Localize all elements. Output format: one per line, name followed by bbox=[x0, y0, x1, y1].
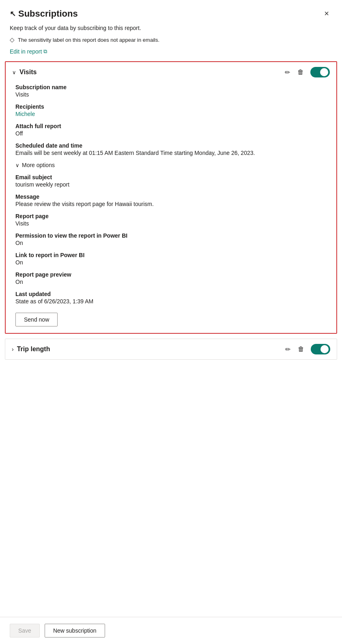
message-label: Message bbox=[15, 193, 327, 200]
visits-collapse-chevron[interactable]: ∨ bbox=[12, 69, 16, 75]
link-value: On bbox=[15, 259, 327, 266]
trip-card-header: › Trip length ✏ 🗑 bbox=[5, 339, 337, 359]
trip-length-subscription-card: › Trip length ✏ 🗑 bbox=[5, 339, 337, 360]
recipients-value[interactable]: Michele bbox=[15, 111, 327, 117]
report-page-label: Report page bbox=[15, 213, 327, 219]
permission-label: Permission to view the report in Power B… bbox=[15, 232, 327, 239]
trip-card-actions: ✏ 🗑 bbox=[284, 344, 330, 354]
recipients-field: Recipients Michele bbox=[15, 103, 327, 117]
visits-card-title: Visits bbox=[19, 69, 37, 76]
panel-header: ↖ Subscriptions × bbox=[0, 0, 342, 23]
external-link-icon: ⧉ bbox=[43, 48, 47, 55]
trip-card-title: Trip length bbox=[17, 346, 50, 353]
link-label: Link to report in Power BI bbox=[15, 252, 327, 258]
more-options-label: More options bbox=[22, 162, 55, 168]
subtitle-text: Keep track of your data by subscribing t… bbox=[0, 23, 342, 34]
scheduled-value: Emails will be sent weekly at 01:15 AM E… bbox=[15, 150, 327, 156]
last-updated-field: Last updated State as of 6/26/2023, 1:39… bbox=[15, 291, 327, 305]
subscription-name-label: Subscription name bbox=[15, 84, 327, 90]
visits-subscription-card: ∨ Visits ✏ 🗑 Subscription name Visits bbox=[5, 61, 337, 334]
visits-card-header-left: ∨ Visits bbox=[12, 69, 281, 76]
subscriptions-panel: ↖ Subscriptions × Keep track of your dat… bbox=[0, 0, 342, 644]
link-field: Link to report in Power BI On bbox=[15, 252, 327, 266]
attach-full-report-label: Attach full report bbox=[15, 123, 327, 129]
save-button: Save bbox=[10, 624, 40, 638]
visits-toggle-slider bbox=[310, 67, 330, 77]
attach-full-report-value: Off bbox=[15, 130, 327, 137]
more-options-chevron: ∨ bbox=[15, 162, 19, 168]
email-subject-label: Email subject bbox=[15, 174, 327, 180]
sensitivity-row: ◇ The sensitivity label on this report d… bbox=[0, 34, 342, 47]
message-value: Please review the visits report page for… bbox=[15, 201, 327, 207]
preview-label: Report page preview bbox=[15, 271, 327, 278]
attach-full-report-field: Attach full report Off bbox=[15, 123, 327, 137]
report-page-field: Report page Visits bbox=[15, 213, 327, 227]
trip-card-header-left: › Trip length bbox=[12, 346, 281, 353]
permission-value: On bbox=[15, 240, 327, 246]
visits-card-actions: ✏ 🗑 bbox=[284, 67, 330, 77]
trip-toggle[interactable] bbox=[311, 344, 330, 354]
last-updated-label: Last updated bbox=[15, 291, 327, 297]
trip-expand-chevron[interactable]: › bbox=[12, 346, 14, 352]
last-updated-value: State as of 6/26/2023, 1:39 AM bbox=[15, 298, 327, 305]
visits-edit-button[interactable]: ✏ bbox=[284, 68, 291, 77]
close-button[interactable]: × bbox=[321, 7, 332, 20]
subscription-name-field: Subscription name Visits bbox=[15, 84, 327, 98]
delete-icon: 🗑 bbox=[297, 69, 304, 76]
preview-value: On bbox=[15, 279, 327, 285]
report-page-value: Visits bbox=[15, 220, 327, 227]
visits-card-header: ∨ Visits ✏ 🗑 bbox=[6, 62, 336, 82]
trip-edit-button[interactable]: ✏ bbox=[284, 345, 291, 354]
cursor-indicator: ↖ bbox=[10, 9, 16, 18]
email-subject-value: tourism weekly report bbox=[15, 181, 327, 188]
visits-toggle[interactable] bbox=[310, 67, 330, 77]
panel-title: ↖ Subscriptions bbox=[10, 9, 78, 19]
visits-delete-button[interactable]: 🗑 bbox=[297, 68, 305, 77]
visits-card-body: Subscription name Visits Recipients Mich… bbox=[6, 82, 336, 333]
recipients-label: Recipients bbox=[15, 103, 327, 110]
close-icon: × bbox=[324, 9, 329, 18]
edit-in-report-label: Edit in report bbox=[10, 48, 42, 55]
preview-field: Report page preview On bbox=[15, 271, 327, 285]
more-options-row[interactable]: ∨ More options bbox=[15, 162, 327, 168]
scheduled-field: Scheduled date and time Emails will be s… bbox=[15, 142, 327, 156]
trip-edit-icon: ✏ bbox=[285, 346, 290, 353]
edit-icon: ✏ bbox=[285, 69, 290, 76]
scheduled-label: Scheduled date and time bbox=[15, 142, 327, 149]
sensitivity-icon: ◇ bbox=[10, 36, 15, 43]
email-subject-field: Email subject tourism weekly report bbox=[15, 174, 327, 188]
footer: Save New subscription bbox=[0, 617, 342, 644]
trip-delete-icon: 🗑 bbox=[298, 346, 304, 353]
edit-in-report-link[interactable]: Edit in report ⧉ bbox=[0, 47, 342, 61]
message-field: Message Please review the visits report … bbox=[15, 193, 327, 207]
subscription-name-value: Visits bbox=[15, 91, 327, 98]
trip-delete-button[interactable]: 🗑 bbox=[297, 345, 305, 354]
sensitivity-text: The sensitivity label on this report doe… bbox=[18, 37, 159, 43]
trip-toggle-slider bbox=[311, 344, 330, 354]
send-now-button[interactable]: Send now bbox=[15, 313, 58, 326]
permission-field: Permission to view the report in Power B… bbox=[15, 232, 327, 246]
new-subscription-button[interactable]: New subscription bbox=[45, 624, 105, 638]
